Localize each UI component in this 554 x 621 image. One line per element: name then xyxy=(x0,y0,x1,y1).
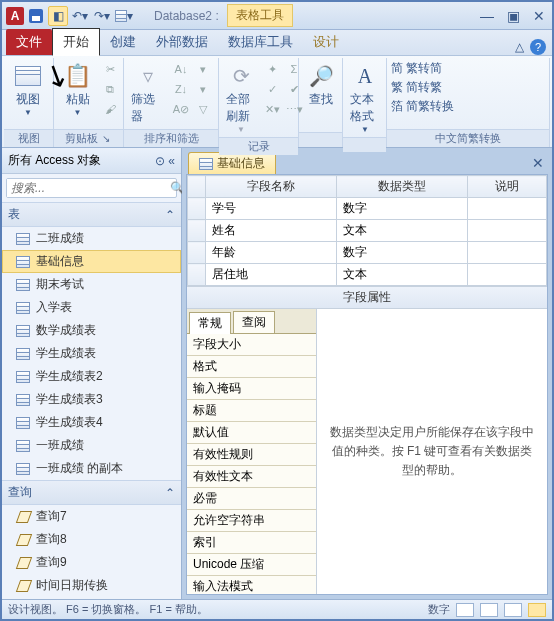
query-icon xyxy=(16,580,30,592)
view-icon xyxy=(13,63,43,89)
property-row[interactable]: 有效性文本 xyxy=(187,466,316,488)
property-row[interactable]: 输入掩码 xyxy=(187,378,316,400)
tab-create[interactable]: 创建 xyxy=(100,29,146,55)
nav-table-item[interactable]: 一班成绩 的副本 xyxy=(2,457,181,480)
trad-to-simp-button[interactable]: 简 繁转简 xyxy=(391,60,442,77)
paste-icon: 📋 xyxy=(63,63,93,89)
qat-quick1[interactable]: ◧ xyxy=(48,6,68,26)
nav-dropdown-icon[interactable]: ⊙ « xyxy=(155,154,175,168)
qat-save[interactable] xyxy=(26,6,46,26)
query-icon xyxy=(16,557,30,569)
nav-query-item[interactable]: 查询7 xyxy=(2,505,181,528)
advanced-filter-button[interactable]: ▾ xyxy=(194,80,212,98)
toggle-filter-button[interactable]: ▽ xyxy=(194,100,212,118)
col-fieldname[interactable]: 字段名称 xyxy=(206,176,337,198)
record-new[interactable]: ✦ xyxy=(263,60,281,78)
refresh-all-button[interactable]: ⟳ 全部刷新 ▼ xyxy=(223,60,259,137)
tab-file[interactable]: 文件 xyxy=(6,29,52,55)
nav-table-item[interactable]: 学生成绩表2 xyxy=(2,365,181,388)
nav-item-label: 学生成绩表4 xyxy=(36,414,103,431)
close-button[interactable]: ✕ xyxy=(530,7,548,25)
qat-table[interactable]: ▾ xyxy=(114,6,134,26)
paste-button[interactable]: 📋 粘贴 ▼ xyxy=(58,60,97,120)
nav-query-item[interactable]: 查询8 xyxy=(2,528,181,551)
field-row[interactable]: 学号数字 xyxy=(188,198,547,220)
col-description[interactable]: 说明 xyxy=(467,176,546,198)
filter-button[interactable]: ▿ 筛选器 xyxy=(128,60,168,128)
sort-asc-button[interactable]: A↓ xyxy=(172,60,190,78)
cut-button[interactable]: ✂ xyxy=(101,60,119,78)
property-row[interactable]: 格式 xyxy=(187,356,316,378)
property-row[interactable]: 允许空字符串 xyxy=(187,510,316,532)
property-row[interactable]: 默认值 xyxy=(187,422,316,444)
view-pivotchart-button[interactable] xyxy=(504,603,522,617)
tab-dbtools[interactable]: 数据库工具 xyxy=(218,29,303,55)
field-row[interactable]: 姓名文本 xyxy=(188,220,547,242)
help-icon[interactable]: ? xyxy=(530,39,546,55)
nav-table-item[interactable]: 学生成绩表4 xyxy=(2,411,181,434)
field-row[interactable]: 居住地文本 xyxy=(188,264,547,286)
field-row[interactable]: 年龄数字 xyxy=(188,242,547,264)
nav-table-item[interactable]: 学生成绩表3 xyxy=(2,388,181,411)
nav-item-label: 查询8 xyxy=(36,531,67,548)
table-icon xyxy=(16,302,30,314)
tab-design[interactable]: 设计 xyxy=(303,29,349,55)
property-row[interactable]: 输入法模式 xyxy=(187,576,316,594)
view-label: 视图 xyxy=(16,91,40,108)
view-button[interactable]: 视图 ▼ xyxy=(8,60,48,120)
sort-desc-button[interactable]: Z↓ xyxy=(172,80,190,98)
nav-group-queries[interactable]: 查询⌃ xyxy=(2,480,181,505)
record-save[interactable]: ✓ xyxy=(263,80,281,98)
field-grid[interactable]: 字段名称 数据类型 说明 学号数字姓名文本年龄数字居住地文本 xyxy=(187,175,547,286)
search-input[interactable] xyxy=(7,179,166,197)
nav-header[interactable]: 所有 Access 对象 ⊙ « xyxy=(2,148,181,174)
chs-convert-button[interactable]: 箔 简繁转换 xyxy=(391,98,454,115)
selection-filter-button[interactable]: ▾ xyxy=(194,60,212,78)
nav-table-item[interactable]: 入学表 xyxy=(2,296,181,319)
object-close-button[interactable]: ✕ xyxy=(532,155,548,171)
group-label-sortfilter: 排序和筛选 xyxy=(124,129,218,147)
col-datatype[interactable]: 数据类型 xyxy=(336,176,467,198)
nav-table-item[interactable]: 学生成绩表 xyxy=(2,342,181,365)
tab-start[interactable]: 开始 xyxy=(52,28,100,56)
property-row[interactable]: 字段大小 xyxy=(187,334,316,356)
nav-group-tables[interactable]: 表⌃ xyxy=(2,202,181,227)
prop-tab-general[interactable]: 常规 xyxy=(189,312,231,334)
copy-button[interactable]: ⧉ xyxy=(101,80,119,98)
nav-item-label: 二班成绩 xyxy=(36,230,84,247)
nav-table-item[interactable]: 一班成绩 xyxy=(2,434,181,457)
property-row[interactable]: 必需 xyxy=(187,488,316,510)
view-datasheet-button[interactable] xyxy=(456,603,474,617)
nav-query-item[interactable]: 时间日期传换 xyxy=(2,574,181,597)
clear-sort-button[interactable]: A⊘ xyxy=(172,100,190,118)
property-row[interactable]: 有效性规则 xyxy=(187,444,316,466)
property-row[interactable]: 标题 xyxy=(187,400,316,422)
app-icon[interactable]: A xyxy=(6,7,24,25)
prop-tab-lookup[interactable]: 查阅 xyxy=(233,311,275,333)
format-painter-button[interactable]: 🖌 xyxy=(101,100,119,118)
nav-table-item[interactable]: 基础信息 xyxy=(2,250,181,273)
find-button[interactable]: 🔎 查找 xyxy=(303,60,339,111)
object-tab[interactable]: 基础信息 xyxy=(188,152,276,174)
text-format-button[interactable]: A 文本格式 ▼ xyxy=(347,60,383,137)
clipboard-dialog-launcher[interactable]: ↘ xyxy=(102,133,110,144)
nav-table-item[interactable]: 二班成绩 xyxy=(2,227,181,250)
qat-undo[interactable]: ↶▾ xyxy=(70,6,90,26)
qat-redo[interactable]: ↷▾ xyxy=(92,6,112,26)
nav-query-item[interactable]: 查询9 xyxy=(2,551,181,574)
tab-external[interactable]: 外部数据 xyxy=(146,29,218,55)
simp-to-trad-button[interactable]: 繁 简转繁 xyxy=(391,79,442,96)
nav-table-item[interactable]: 期末考试 xyxy=(2,273,181,296)
property-row[interactable]: 索引 xyxy=(187,532,316,554)
nav-item-label: 期末考试 xyxy=(36,276,84,293)
nav-search[interactable]: 🔍 xyxy=(6,178,177,198)
record-delete[interactable]: ✕▾ xyxy=(263,100,281,118)
ribbon-body: ↘ 视图 ▼ 视图 📋 粘贴 ▼ ✂ ⧉ xyxy=(2,56,552,148)
minimize-button[interactable]: — xyxy=(478,7,496,25)
view-design-button[interactable] xyxy=(528,603,546,617)
property-row[interactable]: Unicode 压缩 xyxy=(187,554,316,576)
view-pivottable-button[interactable] xyxy=(480,603,498,617)
nav-table-item[interactable]: 数学成绩表 xyxy=(2,319,181,342)
restore-button[interactable]: ▣ xyxy=(504,7,522,25)
ribbon-minimize-icon[interactable]: △ xyxy=(515,40,524,54)
